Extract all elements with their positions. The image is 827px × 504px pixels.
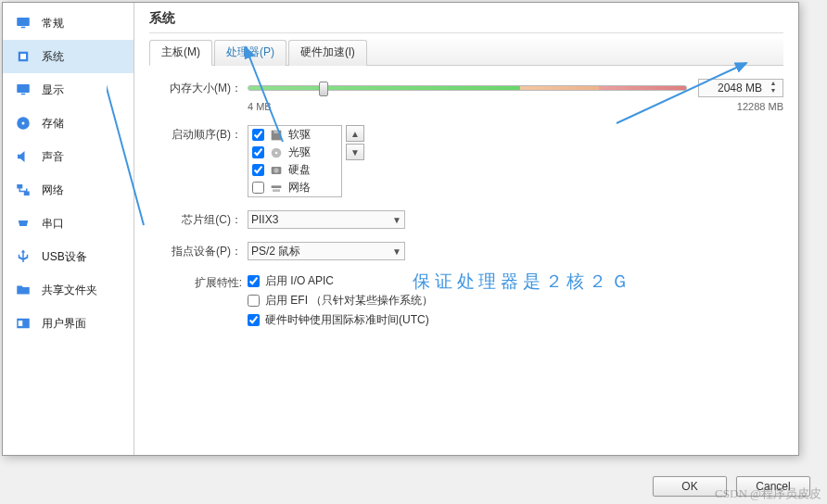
boot-checkbox[interactable]: [252, 182, 264, 194]
chevron-down-icon: ▼: [392, 246, 401, 257]
netboot-icon: [269, 181, 284, 195]
tab-2[interactable]: 硬件加速(l): [288, 40, 367, 66]
floppy-icon: [269, 128, 284, 143]
tab-bar: 主板(M)处理器(P)硬件加速(l): [149, 39, 783, 66]
chipset-label: 芯片组(C)：: [149, 210, 242, 228]
chevron-down-icon: ▼: [392, 215, 401, 225]
sidebar-item-label: 共享文件夹: [42, 283, 97, 298]
sidebar-item-label: 存储: [42, 116, 64, 132]
boot-checkbox[interactable]: [252, 146, 264, 158]
memory-spinner[interactable]: 2048 MB ▲ ▼: [698, 79, 783, 97]
sidebar-item-0[interactable]: 常规: [3, 6, 134, 40]
spin-down[interactable]: ▼: [768, 88, 779, 95]
boot-checkbox[interactable]: [252, 129, 264, 141]
svg-point-15: [275, 151, 278, 154]
scale-max: 12288 MB: [737, 101, 783, 112]
sidebar-item-label: 常规: [42, 16, 64, 32]
content-panel: 系统 主板(M)处理器(P)硬件加速(l) 内存大小(M)： 2048 MB ▲…: [134, 3, 798, 455]
move-down-button[interactable]: ▼: [346, 144, 364, 160]
serial-icon: [14, 214, 32, 233]
scale-min: 4 MB: [248, 101, 272, 112]
ui-icon: [14, 314, 32, 333]
move-up-button[interactable]: ▲: [346, 125, 364, 142]
svg-rect-18: [272, 185, 282, 188]
svg-rect-8: [17, 184, 22, 189]
ext-opt-1[interactable]: 启用 EFI （只针对某些操作系统）: [248, 293, 783, 309]
cancel-button[interactable]: Cancel: [736, 476, 810, 497]
sidebar-item-6[interactable]: 串口: [3, 207, 134, 240]
sidebar-item-9[interactable]: 用户界面: [3, 307, 134, 340]
svg-rect-3: [20, 54, 26, 59]
sidebar-item-1[interactable]: 系统: [3, 40, 134, 73]
boot-item-0[interactable]: 软驱: [248, 126, 341, 144]
sidebar-item-label: 用户界面: [42, 316, 86, 332]
ext-opt-0[interactable]: 启用 I/O APIC: [248, 273, 783, 289]
ext-checkbox[interactable]: [248, 275, 260, 287]
net-icon: [14, 181, 32, 199]
svg-rect-0: [17, 18, 30, 26]
ext-opt-2[interactable]: 硬件时钟使用国际标准时间(UTC): [248, 312, 783, 328]
svg-rect-19: [273, 189, 280, 192]
extended-label: 扩展特性:: [149, 273, 242, 291]
boot-item-2[interactable]: 硬盘: [248, 161, 341, 179]
sidebar-item-8[interactable]: 共享文件夹: [3, 273, 134, 307]
settings-dialog: 常规系统显示存储声音网络串口USB设备共享文件夹用户界面 系统 主板(M)处理器…: [2, 2, 799, 456]
ext-checkbox[interactable]: [248, 295, 260, 307]
svg-rect-4: [17, 84, 30, 93]
hdd-icon: [269, 163, 284, 178]
sidebar-item-label: 系统: [42, 49, 64, 65]
svg-rect-11: [19, 321, 23, 326]
boot-label: 启动顺序(B)：: [149, 125, 242, 143]
sidebar-item-label: USB设备: [42, 249, 87, 265]
boot-item-3[interactable]: 网络: [248, 179, 341, 196]
svg-rect-5: [21, 94, 26, 95]
monitor-icon: [14, 14, 32, 32]
usb-icon: [14, 247, 32, 266]
svg-point-7: [22, 122, 25, 125]
ok-button[interactable]: OK: [653, 476, 727, 497]
sidebar-item-4[interactable]: 声音: [3, 140, 134, 173]
boot-checkbox[interactable]: [252, 164, 264, 176]
sidebar-item-label: 显示: [42, 82, 64, 98]
folder-icon: [14, 281, 32, 299]
boot-order-list[interactable]: 软驱光驱硬盘网络: [248, 125, 342, 197]
monitor-icon: [14, 81, 32, 99]
ext-checkbox[interactable]: [248, 314, 260, 326]
memory-label: 内存大小(M)：: [149, 79, 242, 96]
sidebar-item-label: 串口: [42, 216, 64, 232]
sidebar-item-label: 网络: [42, 183, 64, 198]
speaker-icon: [14, 147, 32, 166]
sidebar-item-2[interactable]: 显示: [3, 73, 134, 107]
slider-thumb[interactable]: [319, 82, 328, 96]
svg-rect-13: [274, 130, 278, 132]
category-sidebar: 常规系统显示存储声音网络串口USB设备共享文件夹用户界面: [3, 3, 134, 455]
disk-icon: [14, 114, 32, 132]
tab-0[interactable]: 主板(M): [149, 40, 212, 66]
dialog-footer: OK Cancel: [653, 476, 810, 497]
chip-icon: [14, 47, 32, 66]
sidebar-item-3[interactable]: 存储: [3, 107, 134, 140]
section-title: 系统: [149, 10, 783, 33]
chipset-select[interactable]: PIIX3 ▼: [248, 210, 405, 229]
svg-point-17: [274, 168, 278, 172]
sidebar-item-7[interactable]: USB设备: [3, 240, 134, 273]
cd-icon: [269, 145, 284, 160]
boot-item-1[interactable]: 光驱: [248, 144, 341, 161]
sidebar-item-label: 声音: [42, 149, 64, 165]
tab-1[interactable]: 处理器(P): [214, 40, 286, 66]
pointing-label: 指点设备(P)：: [149, 242, 242, 259]
svg-rect-1: [21, 27, 26, 29]
sidebar-item-5[interactable]: 网络: [3, 173, 134, 207]
memory-slider[interactable]: [248, 85, 687, 91]
pointing-select[interactable]: PS/2 鼠标 ▼: [248, 242, 405, 260]
